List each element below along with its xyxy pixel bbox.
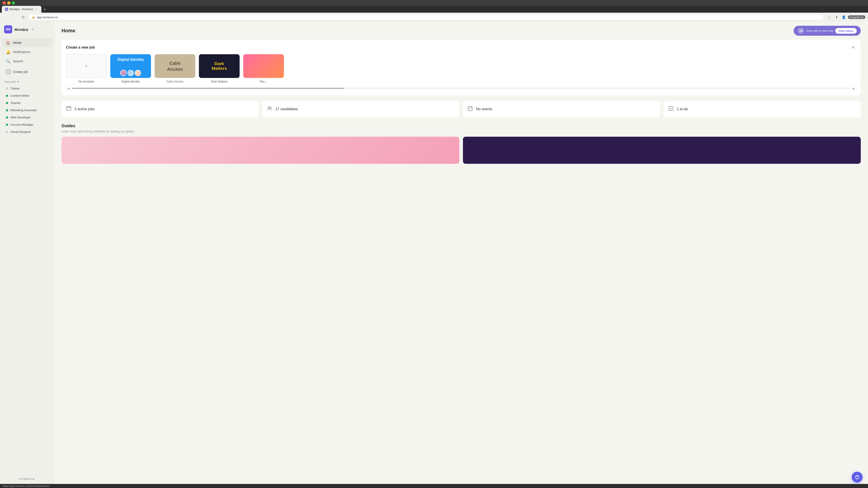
guides-section: Guides Learn more about hiring mindfully… bbox=[61, 124, 861, 164]
profile-button[interactable]: 👤 bbox=[841, 14, 847, 20]
bell-icon: 🔔 bbox=[6, 50, 10, 54]
scroll-right-button[interactable]: ▶ bbox=[851, 86, 856, 91]
job-label-trainer: Trainer bbox=[10, 87, 20, 90]
incognito-badge[interactable]: Incognito (2) bbox=[848, 15, 865, 19]
calm-access-thumb: CalmAccess bbox=[155, 54, 195, 78]
job-item-web-developer[interactable]: Web Developer bbox=[2, 114, 52, 121]
reload-button[interactable]: ↻ bbox=[20, 14, 26, 20]
homerun-logo: HOMERUN bbox=[4, 478, 50, 480]
digital-identity-thumb: Digital Identity bbox=[110, 54, 151, 78]
job-label-marketing-associate: Marketing Associate bbox=[10, 108, 37, 112]
browser-titlebar bbox=[0, 0, 868, 6]
create-job-label: Create job bbox=[13, 70, 28, 74]
template-card-dark-matters[interactable]: DarkMatters Dark Matters bbox=[199, 54, 240, 83]
guides-grid bbox=[61, 137, 861, 164]
active-tab[interactable]: M Moodjoy · Homerun ✕ bbox=[2, 6, 41, 13]
tab-favicon: M bbox=[5, 8, 8, 11]
job-status-dot-web-developer bbox=[6, 116, 8, 119]
url-text: app.homerun.co bbox=[37, 15, 58, 19]
tab-title: Moodjoy · Homerun bbox=[9, 8, 33, 11]
rac-thumb bbox=[243, 54, 284, 78]
bookmark-button[interactable]: ☆ bbox=[826, 14, 833, 20]
template-label-no-template: No template bbox=[79, 80, 94, 83]
minimize-window-button[interactable] bbox=[7, 1, 10, 4]
stat-card-events[interactable]: No events bbox=[463, 101, 660, 117]
address-bar: ← → ↻ 🔒 app.homerun.co ☆ ⬇ 👤 Incognito (… bbox=[0, 13, 868, 22]
job-status-dot-visual-designer bbox=[6, 131, 8, 133]
guide-card-dark[interactable] bbox=[463, 137, 861, 164]
tab-close-button[interactable]: ✕ bbox=[35, 7, 38, 11]
candidates-icon bbox=[267, 106, 272, 112]
lock-icon: 🔒 bbox=[32, 16, 35, 19]
template-label-rac: Rac... bbox=[260, 80, 268, 83]
sidebar-item-notifications[interactable]: 🔔 Notifications bbox=[2, 47, 52, 57]
sidebar-nav: 🏠 Home 🔔 Notifications 🔍 Search bbox=[0, 37, 54, 67]
trial-banner: 15 Days left in your trial View plans bbox=[794, 26, 861, 36]
window-controls bbox=[3, 1, 15, 4]
job-status-dot-teacher bbox=[6, 102, 8, 104]
events-icon bbox=[467, 106, 473, 112]
stat-card-active-jobs[interactable]: 5 active jobs bbox=[61, 101, 258, 117]
your-jobs-section: Your jobs ▾ Trainer Content Writer Teach… bbox=[0, 77, 54, 136]
dark-matters-thumb: DarkMatters bbox=[199, 54, 240, 78]
maximize-window-button[interactable] bbox=[12, 1, 15, 4]
tab-bar: M Moodjoy · Homerun ✕ + bbox=[0, 6, 868, 13]
template-label-calm-access: Calm Access bbox=[166, 80, 183, 83]
job-status-dot-trainer bbox=[6, 88, 8, 90]
active-jobs-icon bbox=[66, 106, 71, 112]
dm-title-text: DarkMatters bbox=[212, 61, 227, 71]
job-item-visual-designer[interactable]: Visual Designer bbox=[2, 128, 52, 135]
forward-button[interactable]: → bbox=[11, 14, 18, 20]
company-name: Moodjoy bbox=[14, 28, 29, 31]
page-title: Home bbox=[61, 28, 75, 34]
scroll-left-button[interactable]: ◀ bbox=[66, 86, 71, 91]
company-chevron-icon: ▼ bbox=[32, 28, 34, 31]
your-jobs-header[interactable]: Your jobs ▾ bbox=[0, 78, 54, 85]
stats-row: 5 active jobs 17 candidates bbox=[61, 101, 861, 117]
events-value: No events bbox=[476, 107, 492, 111]
close-window-button[interactable] bbox=[3, 1, 6, 4]
view-plans-button[interactable]: View plans bbox=[835, 28, 857, 34]
your-jobs-chevron-icon: ▾ bbox=[18, 80, 19, 84]
di-avatars bbox=[120, 70, 141, 76]
stat-card-todos[interactable]: 1 to-do bbox=[664, 101, 861, 117]
create-job-icon: + bbox=[6, 69, 11, 74]
template-card-no-template[interactable]: + No template bbox=[66, 54, 107, 83]
create-job-button[interactable]: + Create job bbox=[2, 67, 52, 76]
browser-chrome: M Moodjoy · Homerun ✕ + ← → ↻ 🔒 app.home… bbox=[0, 0, 868, 22]
job-item-account-manager[interactable]: Account Manager bbox=[2, 121, 52, 128]
create-job-section-title: Create a new job bbox=[66, 45, 95, 50]
sidebar-item-home[interactable]: 🏠 Home bbox=[2, 38, 52, 47]
job-item-trainer[interactable]: Trainer bbox=[2, 85, 52, 92]
sidebar-item-home-label: Home bbox=[13, 41, 22, 44]
svg-rect-6 bbox=[468, 107, 472, 111]
job-status-dot-marketing-associate bbox=[6, 109, 8, 111]
new-tab-button[interactable]: + bbox=[42, 6, 48, 13]
job-item-content-writer[interactable]: Content Writer bbox=[2, 92, 52, 99]
back-button[interactable]: ← bbox=[3, 14, 9, 20]
chat-fab-button[interactable] bbox=[852, 472, 863, 483]
templates-row: + No template Digital Identity bbox=[66, 54, 856, 83]
create-job-header: Create a new job ✕ bbox=[66, 44, 856, 51]
sidebar-item-search[interactable]: 🔍 Search bbox=[2, 57, 52, 66]
no-template-thumb: + bbox=[66, 54, 107, 78]
download-button[interactable]: ⬇ bbox=[833, 14, 840, 20]
home-icon: 🏠 bbox=[6, 40, 10, 45]
job-label-teacher: Teacher bbox=[10, 101, 21, 105]
url-bar[interactable]: 🔒 app.homerun.co bbox=[29, 14, 824, 20]
job-item-teacher[interactable]: Teacher bbox=[2, 99, 52, 106]
scroll-thumb bbox=[72, 88, 344, 89]
close-create-job-button[interactable]: ✕ bbox=[850, 44, 856, 51]
app-container: MM Moodjoy ▼ 🏠 Home 🔔 Notifications 🔍 Se… bbox=[0, 22, 868, 484]
company-header[interactable]: MM Moodjoy ▼ bbox=[0, 22, 54, 37]
active-jobs-value: 5 active jobs bbox=[74, 107, 95, 111]
stat-card-candidates[interactable]: 17 candidates bbox=[262, 101, 459, 117]
job-item-marketing-associate[interactable]: Marketing Associate bbox=[2, 107, 52, 113]
svg-point-4 bbox=[268, 107, 270, 108]
status-bar: https://app.homerun.co/jobs?status=activ… bbox=[0, 484, 868, 488]
svg-rect-10 bbox=[669, 106, 673, 110]
template-card-calm-access[interactable]: CalmAccess Calm Access bbox=[155, 54, 195, 83]
guide-card-pink[interactable] bbox=[61, 137, 459, 164]
template-card-digital-identity[interactable]: Digital Identity Digital Identity bbox=[110, 54, 151, 83]
template-card-rac[interactable]: Rac... bbox=[243, 54, 284, 83]
